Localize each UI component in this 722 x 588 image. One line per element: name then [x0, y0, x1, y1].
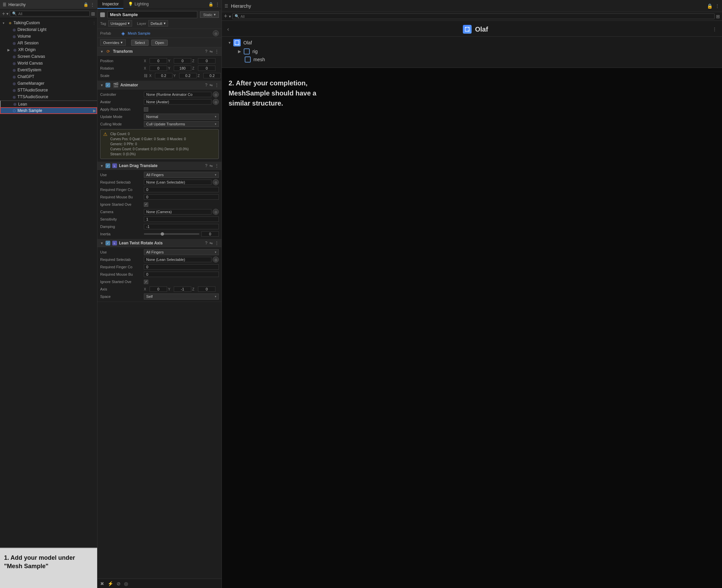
tree-item-tts[interactable]: ◎ TTSAudioSource — [0, 93, 97, 100]
tree-item-world-canvas[interactable]: ◎ World Canvas — [0, 60, 97, 67]
more-icon[interactable]: ⋮ — [90, 2, 94, 7]
right-arrow-btn[interactable]: ▾ — [229, 14, 231, 19]
ldt-camera-circle[interactable]: ◎ — [213, 209, 219, 215]
right-expand-icon[interactable]: ⊞ — [716, 14, 720, 19]
pos-y-input[interactable] — [174, 58, 191, 64]
ldt-damping-input[interactable] — [144, 224, 219, 229]
tree-item-stt[interactable]: ◎ STTAudioSource — [0, 87, 97, 93]
ltra-settings-icon[interactable]: ⇋ — [209, 241, 213, 246]
ldt-req-sel-input[interactable] — [144, 180, 211, 185]
olaf-tree-item-mesh[interactable]: mesh — [229, 56, 715, 64]
olaf-tree-item-rig[interactable]: ▶ rig — [229, 47, 715, 56]
pos-z-input[interactable] — [198, 58, 215, 64]
tree-item-chatgpt[interactable]: ◎ ChatGPT — [0, 73, 97, 80]
ldt-settings-icon[interactable]: ⇋ — [209, 163, 213, 168]
right-lock-icon[interactable]: 🔒 — [707, 3, 713, 9]
ldt-check[interactable]: ✓ — [106, 163, 110, 168]
scale-link-icon[interactable]: ⛓ — [144, 74, 148, 78]
hierarchy-search-bar[interactable]: 🔍 — [10, 11, 90, 17]
status-icon-2[interactable]: ⚡ — [108, 581, 113, 586]
ltra-mouse-input[interactable] — [144, 272, 219, 277]
tree-item-event-system[interactable]: ◎ EventSystem — [0, 67, 97, 73]
ldt-sensitivity-input[interactable] — [144, 216, 219, 222]
object-name-input[interactable] — [108, 11, 197, 18]
tree-item-mesh-sample[interactable]: ⬡ Mesh Sample ▶ — [0, 107, 97, 114]
prefab-circle-btn[interactable]: ◎ — [213, 30, 219, 36]
tag-select[interactable]: Untagged ▾ — [108, 20, 132, 26]
ltra-check[interactable]: ✓ — [106, 241, 110, 246]
animator-header[interactable]: ▼ ✓ 🎬 Animator ? ⇋ ⋮ — [98, 81, 221, 89]
status-icon-3[interactable]: ⊘ — [116, 581, 121, 586]
tree-item-xr-origin[interactable]: ▶ ◎ XR Origin — [0, 46, 97, 53]
inspector-more-icon[interactable]: ⋮ — [215, 2, 219, 7]
tab-lighting[interactable]: 💡 Lighting — [123, 0, 153, 9]
ldt-mouse-input[interactable] — [144, 194, 219, 200]
ldt-ignore-checkbox[interactable]: ✓ — [144, 203, 148, 207]
tree-item-ar-session[interactable]: ◎ AR Session — [0, 40, 97, 46]
transform-header[interactable]: ▼ ⟳ Transform ? ⇋ ⋮ — [98, 47, 221, 56]
controller-input[interactable] — [144, 92, 211, 97]
ltra-space-select[interactable]: Self ▾ — [144, 294, 219, 299]
overrides-select[interactable]: Overrides ▾ — [100, 39, 126, 46]
update-mode-select[interactable]: Normal ▾ — [144, 113, 219, 120]
ldt-req-sel-circle[interactable]: ◎ — [213, 179, 219, 185]
static-badge[interactable]: Static ▾ — [200, 12, 219, 18]
ltra-more-icon[interactable]: ⋮ — [215, 241, 219, 246]
ldt-finger-input[interactable] — [144, 187, 219, 192]
lock-icon[interactable]: 🔒 — [83, 2, 88, 7]
root-more-icon[interactable]: ⋮ — [92, 21, 96, 25]
axis-y-input[interactable] — [174, 287, 191, 292]
hierarchy-expand-icon[interactable]: ⊞ — [91, 11, 95, 17]
rot-x-input[interactable] — [150, 66, 167, 71]
axis-x-input[interactable] — [150, 287, 167, 292]
ltra-ignore-checkbox[interactable]: ✓ — [144, 280, 148, 284]
animator-more-icon[interactable]: ⋮ — [215, 83, 219, 87]
arrow-button[interactable]: ▾ — [6, 12, 8, 16]
rot-z-input[interactable] — [198, 66, 215, 71]
culling-mode-select[interactable]: Cull Update Transforms ▾ — [144, 121, 219, 127]
tab-inspector[interactable]: Inspector — [98, 0, 123, 9]
right-more-icon[interactable]: ⋮ — [715, 4, 719, 8]
hierarchy-search-input[interactable] — [18, 12, 87, 16]
ldt-camera-input[interactable] — [144, 209, 211, 214]
inspector-lock-icon[interactable]: 🔒 — [208, 2, 213, 7]
avatar-input[interactable] — [144, 99, 211, 105]
select-button[interactable]: Select — [131, 40, 149, 46]
status-icon-1[interactable]: ✖ — [100, 581, 104, 586]
layer-select[interactable]: Default ▾ — [148, 20, 168, 26]
scale-z-input[interactable] — [203, 73, 221, 78]
axis-z-input[interactable] — [198, 287, 215, 292]
add-button[interactable]: + — [2, 11, 5, 17]
ldt-more-icon[interactable]: ⋮ — [215, 163, 219, 168]
pos-x-input[interactable] — [150, 58, 167, 64]
animator-check-box[interactable]: ✓ — [106, 83, 110, 87]
ltra-use-select[interactable]: All Fingers ▾ — [144, 249, 219, 255]
object-active-checkbox[interactable] — [100, 13, 105, 17]
back-button[interactable]: ‹ — [227, 26, 229, 32]
avatar-circle-btn[interactable]: ◎ — [213, 99, 219, 105]
ldt-use-select[interactable]: All Fingers ▾ — [144, 172, 219, 178]
tree-item-screen-canvas[interactable]: ◎ Screen Canvas — [0, 53, 97, 60]
olaf-more-icon[interactable]: ⋮ — [713, 27, 717, 31]
ldt-help-icon[interactable]: ? — [205, 163, 207, 168]
status-icon-4[interactable]: ◎ — [124, 581, 128, 586]
olaf-tree-item-root[interactable]: ▾ Olaf — [229, 38, 715, 47]
tree-item-lean[interactable]: ◎ Lean — [0, 101, 97, 107]
ldt-inertia-input[interactable] — [201, 231, 219, 237]
right-search-input[interactable] — [241, 15, 712, 19]
open-button[interactable]: Open — [151, 40, 168, 46]
transform-more-icon[interactable]: ⋮ — [215, 49, 219, 54]
tree-item-directional-light[interactable]: ◎ Directional Light — [0, 26, 97, 33]
tree-item-volume[interactable]: ◎ Volume — [0, 33, 97, 40]
right-search-bar[interactable]: 🔍 — [232, 14, 715, 19]
scale-y-input[interactable] — [179, 73, 197, 78]
ltra-header[interactable]: ▼ ✓ L Lean Twist Rotate Axis ? ⇋ ⋮ — [98, 239, 221, 247]
lean-drag-translate-header[interactable]: ▼ ✓ L Lean Drag Translate ? ⇋ ⋮ — [98, 162, 221, 170]
animator-settings-icon[interactable]: ⇋ — [209, 83, 213, 87]
ltra-req-sel-input[interactable] — [144, 257, 211, 262]
apply-root-motion-checkbox[interactable] — [144, 107, 148, 112]
ldt-inertia-slider[interactable] — [144, 233, 199, 235]
ltra-finger-input[interactable] — [144, 264, 219, 270]
transform-help-icon[interactable]: ? — [205, 49, 207, 54]
transform-settings-icon[interactable]: ⇋ — [209, 49, 213, 54]
